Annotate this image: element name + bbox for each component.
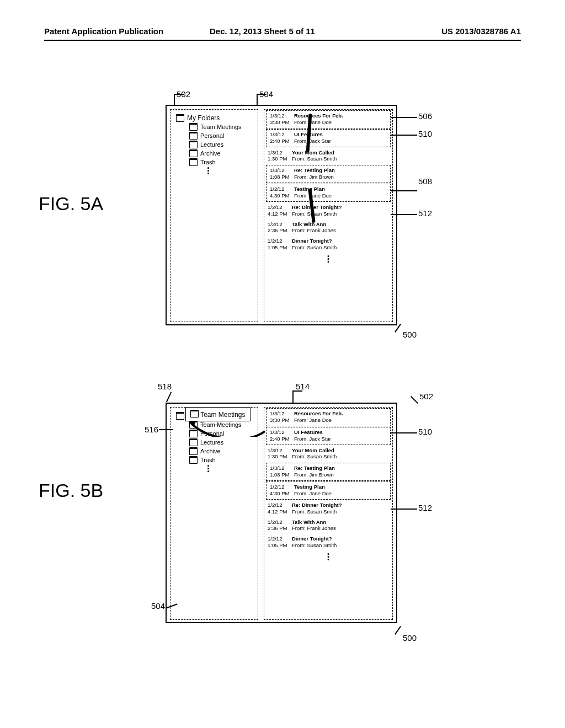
- sidebar-item-lectures[interactable]: Lectures: [189, 141, 258, 148]
- message-row[interactable]: 1/3/12Re: Testing Plan1:08 PMFrom: Jim B…: [266, 463, 391, 481]
- message-date: 1/3/12: [270, 429, 294, 436]
- ref-502-hook: [174, 94, 184, 95]
- message-row[interactable]: 1/3/12Resources For Feb.3:30 PMFrom: Jan…: [266, 110, 391, 129]
- vdots-icon: ···: [264, 551, 392, 561]
- message-time: 4:30 PM: [270, 490, 294, 497]
- sidebar-item-trash[interactable]: Trash: [189, 456, 258, 464]
- message-from: From: Susan Smith: [292, 508, 337, 515]
- folder-label: Lectures: [200, 439, 223, 446]
- message-subject: Your Mom Called: [292, 447, 334, 453]
- ref-514-hook: [292, 390, 302, 392]
- message-from: From: Jim Brown: [294, 472, 334, 478]
- folder-icon: [176, 412, 184, 420]
- figure-5a: FIG. 5A 502 504 506 510 508 512 500 My F…: [0, 99, 565, 342]
- message-subject: Resources For Feb.: [294, 113, 343, 119]
- message-row[interactable]: 1/2/12Dinner Tonight?1:05 PMFrom: Susan …: [264, 236, 392, 253]
- sidebar-item-archive[interactable]: Archive: [189, 447, 258, 455]
- message-subject: UI Features: [294, 429, 323, 435]
- message-date: 1/2/12: [268, 502, 292, 508]
- folders-pane: Team Meetings Personal Lectures Archive …: [170, 407, 258, 620]
- sidebar-item-personal[interactable]: Personal: [189, 132, 258, 140]
- message-from: From: Jack Star: [294, 436, 331, 442]
- message-date: 1/3/12: [270, 167, 294, 174]
- ref-502-line: [174, 94, 175, 106]
- folder-root-label: My Folders: [187, 114, 220, 122]
- message-time: 1:05 PM: [268, 542, 292, 549]
- figure-5b: FIG. 5B 518 514 502 510 512 516 504 500 …: [0, 386, 565, 651]
- message-date: 1/2/12: [268, 238, 292, 244]
- drag-popover[interactable]: Team Meetings: [185, 407, 250, 421]
- message-date: 1/2/12: [268, 221, 292, 228]
- folder-label: Personal: [200, 132, 224, 139]
- window: Team Meetings Personal Lectures Archive …: [166, 403, 397, 623]
- folder-label: Archive: [200, 448, 221, 454]
- drag-path-icon: [189, 420, 266, 437]
- message-row[interactable]: 1/2/12Testing Plan4:30 PMFrom: Jane Doe: [266, 481, 391, 500]
- ref-500: 500: [403, 330, 417, 339]
- message-time: 2:40 PM: [270, 138, 294, 144]
- message-row[interactable]: 1/2/12Dinner Tonight?1:05 PMFrom: Susan …: [264, 534, 392, 551]
- sidebar-item-trash[interactable]: Trash: [189, 158, 258, 166]
- folder-label: Archive: [200, 150, 221, 157]
- folder-root[interactable]: My Folders Team Meetings Personal Lectur…: [176, 114, 258, 175]
- message-from: From: Susan Smith: [292, 453, 337, 459]
- folder-icon: [189, 132, 198, 140]
- folder-label: Team Meetings: [200, 124, 242, 130]
- message-row[interactable]: 1/3/12Resources For Feb.3:30 PMFrom: Jan…: [266, 408, 391, 426]
- message-date: 1/2/12: [270, 484, 294, 490]
- message-row[interactable]: 1/3/12Re: Testing Plan1:08 PMFrom: Jim B…: [266, 165, 391, 183]
- message-subject: Your Mom Called: [292, 149, 334, 156]
- message-row[interactable]: 1/2/12Re: Dinner Tonight?4:12 PMFrom: Su…: [264, 202, 392, 220]
- message-subject: Re: Testing Plan: [294, 167, 335, 173]
- message-subject: Dinner Tonight?: [292, 536, 332, 542]
- message-row[interactable]: 1/2/12Talk With Ann2:36 PMFrom: Frank Jo…: [264, 517, 392, 534]
- message-subject: Dinner Tonight?: [292, 238, 332, 244]
- folder-icon: [189, 141, 198, 148]
- message-list-pane: 1/3/12Resources For Feb.3:30 PMFrom: Jan…: [264, 407, 393, 620]
- message-row[interactable]: 1/3/12Your Mom Called1:30 PMFrom: Susan …: [264, 148, 392, 165]
- folder-label: Lectures: [200, 141, 223, 148]
- message-from: From: Jim Brown: [294, 174, 334, 180]
- ref-518-line: [166, 392, 172, 403]
- sidebar-item-lectures[interactable]: Lectures: [189, 438, 258, 446]
- message-from: From: Jane Doe: [294, 490, 332, 496]
- message-subject: Testing Plan: [294, 484, 325, 490]
- message-subject: Talk With Ann: [292, 519, 326, 525]
- ref-504-line: [257, 94, 258, 106]
- message-time: 2:40 PM: [270, 436, 294, 442]
- message-date: 1/3/12: [268, 447, 292, 454]
- window: My Folders Team Meetings Personal Lectur…: [166, 105, 397, 325]
- ref-512: 512: [418, 208, 432, 218]
- header-rule: [44, 40, 521, 41]
- message-row[interactable]: 1/2/12Re: Dinner Tonight?4:12 PMFrom: Su…: [264, 500, 392, 517]
- message-time: 1:30 PM: [268, 156, 292, 162]
- sidebar-item-team-meetings[interactable]: Team Meetings: [189, 123, 258, 131]
- publication-type: Patent Application Publication: [44, 26, 163, 36]
- sidebar-item-archive[interactable]: Archive: [189, 149, 258, 157]
- message-date: 1/2/12: [268, 519, 292, 526]
- message-row[interactable]: 1/3/12Your Mom Called1:30 PMFrom: Susan …: [264, 446, 392, 463]
- message-row[interactable]: 1/2/12Testing Plan4:30 PMFrom: Jane Doe: [266, 184, 391, 202]
- ref-500-line: [395, 626, 401, 635]
- ref-500: 500: [403, 633, 417, 643]
- folder-icon: [189, 438, 198, 446]
- message-time: 3:30 PM: [270, 417, 294, 424]
- message-subject: Resources For Feb.: [294, 410, 343, 416]
- vdots-icon: ···: [207, 167, 258, 175]
- message-time: 2:36 PM: [268, 227, 292, 234]
- folder-icon: [189, 447, 198, 455]
- sheet-info: Dec. 12, 2013 Sheet 5 of 11: [210, 26, 315, 36]
- message-row[interactable]: 1/3/12UI Features2:40 PMFrom: Jack Star: [266, 129, 391, 147]
- message-subject: Re: Dinner Tonight?: [292, 204, 342, 210]
- ref-504: 504: [151, 601, 165, 611]
- message-row[interactable]: 1/3/12UI Features2:40 PMFrom: Jack Star: [266, 427, 391, 445]
- vdots-icon: ···: [264, 253, 392, 264]
- ref-516: 516: [145, 425, 158, 434]
- message-subject: Re: Testing Plan: [294, 465, 335, 471]
- folder-icon: [189, 149, 198, 157]
- message-date: 1/3/12: [270, 113, 294, 119]
- folder-icon: [189, 123, 198, 131]
- message-time: 1:30 PM: [268, 453, 292, 460]
- message-row[interactable]: 1/2/12Talk With Ann2:36 PMFrom: Frank Jo…: [264, 220, 392, 237]
- ref-508: 508: [418, 176, 432, 186]
